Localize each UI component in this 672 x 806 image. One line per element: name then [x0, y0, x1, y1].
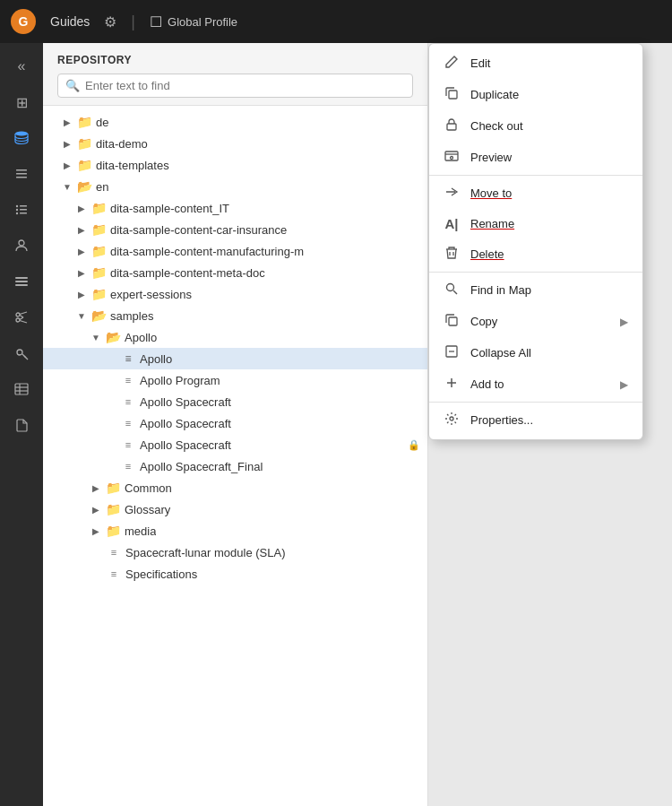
menu-item-findinmap[interactable]: Find in Map — [429, 274, 642, 306]
tree-label: Apollo Spacecraft — [140, 417, 231, 430]
tree-item-apollo-spacecraft2[interactable]: ▶ ≡ Apollo Spacecraft — [43, 412, 427, 434]
sidebar-key-icon[interactable] — [5, 337, 38, 369]
chevron-right-icon: ▶ — [75, 225, 88, 235]
menu-item-label: Duplicate — [470, 88, 628, 101]
svg-rect-7 — [20, 209, 27, 211]
svg-line-22 — [24, 356, 26, 358]
menu-item-rename[interactable]: A| Rename — [429, 209, 642, 238]
global-profile-nav[interactable]: ☐ Global Profile — [150, 13, 237, 30]
chevron-right-icon: ▶ — [90, 526, 102, 536]
tree-item-apollo-program[interactable]: ▶ ≡ Apollo Program — [43, 369, 427, 391]
tree-item-apollo-doc[interactable]: ▶ ≡ Apollo — [43, 348, 427, 369]
tree-item-dita-demo[interactable]: ▶ 📁 dita-demo — [43, 133, 427, 154]
chevron-right-icon: ▶ — [90, 505, 102, 515]
svg-point-31 — [451, 157, 453, 160]
svg-point-8 — [16, 212, 18, 214]
svg-rect-28 — [447, 124, 456, 130]
icon-sidebar: « ⊞ — [0, 43, 43, 806]
menu-item-properties[interactable]: Properties... — [429, 404, 642, 436]
menu-item-label: Move to — [470, 186, 628, 200]
topbar: G Guides ⚙ | ☐ Global Profile — [0, 0, 672, 43]
svg-rect-36 — [449, 317, 457, 325]
submenu-arrow-icon: ▶ — [620, 378, 628, 391]
sidebar-scissors-icon[interactable] — [5, 301, 38, 334]
menu-item-delete[interactable]: Delete — [429, 238, 642, 270]
tree-label: dita-templates — [96, 159, 169, 172]
chevron-right-icon: ▶ — [75, 268, 88, 278]
sidebar-grid-icon[interactable]: ⊞ — [5, 86, 38, 118]
svg-point-10 — [19, 240, 24, 246]
tree-item-dita-sample-mfg[interactable]: ▶ 📁 dita-sample-content-manufacturing-m — [43, 240, 427, 262]
tree-item-dita-sample-car[interactable]: ▶ 📁 dita-sample-content-car-insurance — [43, 219, 427, 240]
folder-open-icon: 📂 — [91, 308, 107, 323]
tree-item-media[interactable]: ▶ 📁 media — [43, 520, 427, 542]
menu-item-checkout[interactable]: Check out — [429, 110, 642, 142]
tree-item-expert-sessions[interactable]: ▶ 📁 expert-sessions — [43, 283, 427, 305]
tree-item-apollo-spacecraft1[interactable]: ▶ ≡ Apollo Spacecraft — [43, 391, 427, 412]
tree-label: Apollo — [125, 331, 157, 344]
lock-icon: 🔒 — [408, 439, 420, 451]
tree-label: Apollo Spacecraft — [140, 438, 231, 452]
main-layout: « ⊞ REPOSITORY — [0, 43, 672, 806]
doc-icon: ≡ — [120, 396, 136, 407]
doc-icon: ≡ — [106, 547, 122, 558]
tree-item-de[interactable]: ▶ 📁 de — [43, 111, 427, 133]
tree-label: Glossary — [125, 503, 170, 516]
menu-item-edit[interactable]: Edit — [429, 48, 642, 79]
folder-icon: 📁 — [106, 524, 121, 538]
app-logo[interactable]: G — [11, 9, 36, 34]
tree-item-spacecraft-lunar[interactable]: ▶ ≡ Spacecraft-lunar module (SLA) — [43, 542, 427, 563]
menu-item-collapseall[interactable]: Collapse All — [429, 337, 642, 368]
search-box[interactable]: 🔍 — [57, 74, 413, 98]
svg-point-20 — [17, 350, 22, 355]
tree-item-specifications[interactable]: ▶ ≡ Specifications — [43, 563, 427, 585]
edit-icon — [444, 55, 460, 72]
tree-item-glossary[interactable]: ▶ 📁 Glossary — [43, 498, 427, 520]
monitor-icon: ☐ — [150, 13, 162, 30]
tree-item-dita-templates[interactable]: ▶ 📁 dita-templates — [43, 154, 427, 176]
gear-icon[interactable]: ⚙ — [104, 13, 116, 30]
tree-item-common[interactable]: ▶ 📁 Common — [43, 477, 427, 498]
tree-item-dita-sample-meta[interactable]: ▶ 📁 dita-sample-content-meta-doc — [43, 262, 427, 283]
menu-divider — [429, 272, 642, 273]
svg-rect-27 — [449, 91, 457, 99]
guides-label[interactable]: Guides — [50, 14, 90, 29]
menu-item-label: Delete — [470, 247, 628, 261]
svg-line-16 — [20, 312, 27, 315]
sidebar-database-icon[interactable] — [5, 122, 38, 154]
search-input[interactable] — [85, 79, 405, 92]
chevron-right-icon: ▶ — [61, 139, 73, 149]
menu-item-duplicate[interactable]: Duplicate — [429, 79, 642, 110]
chevron-down-icon: ▼ — [75, 311, 88, 321]
svg-line-35 — [453, 290, 457, 294]
tree-item-dita-sample-it[interactable]: ▶ 📁 dita-sample-content_IT — [43, 197, 427, 219]
sidebar-bullet-icon[interactable] — [5, 265, 38, 298]
tree-item-samples[interactable]: ▼ 📂 samples — [43, 305, 427, 326]
checkout-lock-icon — [444, 117, 460, 134]
preview-icon — [444, 149, 460, 166]
doc-icon: ≡ — [120, 439, 136, 450]
svg-rect-12 — [15, 281, 28, 282]
tree-item-apollo-spacecraft-final[interactable]: ▶ ≡ Apollo Spacecraft_Final — [43, 455, 427, 477]
sidebar-collapse-btn[interactable]: « — [5, 50, 38, 82]
menu-item-label: Copy — [470, 315, 609, 328]
svg-rect-11 — [15, 277, 28, 279]
folder-icon: 📁 — [91, 201, 107, 215]
tree-item-apollo-folder[interactable]: ▼ 📂 Apollo — [43, 326, 427, 348]
sidebar-listbullet-icon[interactable] — [5, 194, 38, 226]
sidebar-list-icon[interactable] — [5, 158, 38, 190]
sidebar-doc-icon[interactable] — [5, 409, 38, 441]
menu-item-preview[interactable]: Preview — [429, 142, 642, 173]
sidebar-person-icon[interactable] — [5, 230, 38, 262]
tree-item-apollo-spacecraft3[interactable]: ▶ ≡ Apollo Spacecraft 🔒 — [43, 434, 427, 455]
menu-item-addto[interactable]: Add to ▶ — [429, 368, 642, 400]
tree-item-en[interactable]: ▼ 📂 en — [43, 176, 427, 197]
folder-icon: 📁 — [91, 265, 107, 280]
menu-item-copy[interactable]: Copy ▶ — [429, 306, 642, 337]
folder-icon: 📁 — [77, 115, 92, 129]
menu-item-moveto[interactable]: Move to — [429, 178, 642, 209]
sidebar-table-icon[interactable] — [5, 373, 38, 405]
collapse-icon — [444, 344, 460, 361]
svg-rect-3 — [16, 177, 27, 178]
menu-item-label: Add to — [470, 377, 609, 391]
